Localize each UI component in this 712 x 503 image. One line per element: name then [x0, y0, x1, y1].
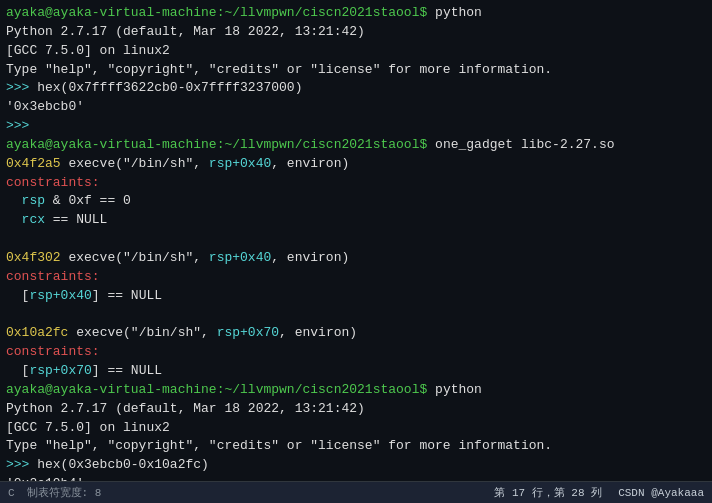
prompt-text: ayaka@ayaka-virtual-machine:~/llvmpwn/ci…	[6, 5, 427, 20]
line-9-gadget: 0x4f2a5 execve("/bin/sh", rsp+0x40, envi…	[6, 155, 706, 174]
line-21-prompt: ayaka@ayaka-virtual-machine:~/llvmpwn/ci…	[6, 381, 706, 400]
line-5: >>> hex(0x7ffff3622cb0-0x7ffff3237000)	[6, 79, 706, 98]
line-2: Python 2.7.17 (default, Mar 18 2022, 13:…	[6, 23, 706, 42]
status-right: 第 17 行，第 28 列 CSDN @Ayakaaa	[494, 485, 704, 500]
line-19-constraints: constraints:	[6, 343, 706, 362]
line-3: [GCC 7.5.0] on linux2	[6, 42, 706, 61]
status-bar: C 制表符宽度: 8 第 17 行，第 28 列 CSDN @Ayakaaa	[0, 481, 712, 503]
line-25: >>> hex(0x3ebcb0-0x10a2fc)	[6, 456, 706, 475]
line-1: ayaka@ayaka-virtual-machine:~/llvmpwn/ci…	[6, 4, 706, 23]
watermark: CSDN @Ayakaaa	[618, 487, 704, 499]
line-22: Python 2.7.17 (default, Mar 18 2022, 13:…	[6, 400, 706, 419]
line-23: [GCC 7.5.0] on linux2	[6, 419, 706, 438]
line-15-constraints: constraints:	[6, 268, 706, 287]
line-14-gadget: 0x4f302 execve("/bin/sh", rsp+0x40, envi…	[6, 249, 706, 268]
line-16-constraint: [rsp+0x40] == NULL	[6, 287, 706, 306]
terminal-body[interactable]: ayaka@ayaka-virtual-machine:~/llvmpwn/ci…	[0, 0, 712, 481]
line-13-blank	[6, 230, 706, 249]
cursor-position: 第 17 行，第 28 列	[494, 485, 602, 500]
line-17-blank	[6, 306, 706, 325]
status-left: C 制表符宽度: 8	[8, 485, 101, 500]
tab-width-label: 制表符宽度: 8	[27, 485, 102, 500]
line-20-constraint: [rsp+0x70] == NULL	[6, 362, 706, 381]
line-24: Type "help", "copyright", "credits" or "…	[6, 437, 706, 456]
line-4: Type "help", "copyright", "credits" or "…	[6, 61, 706, 80]
line-8: ayaka@ayaka-virtual-machine:~/llvmpwn/ci…	[6, 136, 706, 155]
line-10-constraints: constraints:	[6, 174, 706, 193]
line-18-gadget: 0x10a2fc execve("/bin/sh", rsp+0x70, env…	[6, 324, 706, 343]
terminal: ayaka@ayaka-virtual-machine:~/llvmpwn/ci…	[0, 0, 712, 503]
line-7: >>>	[6, 117, 706, 136]
line-11-constraint: rsp & 0xf == 0	[6, 192, 706, 211]
encoding-label: C	[8, 487, 15, 499]
line-6: '0x3ebcb0'	[6, 98, 706, 117]
line-12-constraint: rcx == NULL	[6, 211, 706, 230]
